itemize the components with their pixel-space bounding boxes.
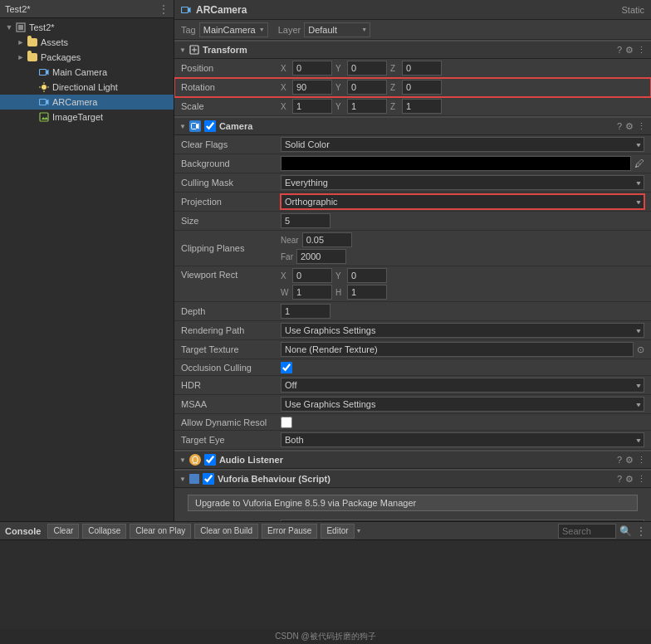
scale-y-input[interactable] [347, 99, 387, 114]
hierarchy-header: Test2* ⋮ [0, 0, 174, 18]
occlusion-culling-checkbox[interactable] [281, 362, 292, 373]
viewport-h-input[interactable] [347, 285, 387, 300]
clear-on-build-button[interactable]: Clear on Build [194, 524, 258, 539]
vp-h-label: H [335, 288, 344, 297]
vuforia-enabled-checkbox[interactable] [203, 473, 214, 485]
rotation-x-input[interactable] [292, 80, 332, 95]
rendering-path-dropdown[interactable]: Use Graphics Settings [281, 323, 644, 338]
culling-mask-dropdown-wrapper[interactable]: Everything ▼ [281, 175, 644, 190]
target-texture-pick-icon[interactable]: ⊙ [637, 344, 644, 355]
msaa-dropdown[interactable]: Use Graphics Settings [281, 397, 644, 412]
console-search-icon[interactable]: 🔍 [619, 525, 632, 537]
viewport-x-input[interactable] [292, 268, 332, 283]
camera-enabled-checkbox[interactable] [204, 120, 216, 132]
console-title: Console [5, 526, 41, 536]
scale-z-input[interactable] [402, 99, 442, 114]
hierarchy-assets[interactable]: ► Assets [0, 35, 174, 50]
transform-header[interactable]: ▼ Transform ? ⚙ ⋮ [174, 41, 651, 59]
camera-header[interactable]: ▼ Camera ? ⚙ ⋮ [174, 117, 651, 135]
target-eye-wrapper[interactable]: Both ▼ [281, 432, 644, 447]
clear-button[interactable]: Clear [47, 524, 79, 539]
viewport-rect-row: Viewport Rect X Y W H [174, 266, 651, 302]
rotation-y-input[interactable] [347, 80, 387, 95]
target-eye-dropdown[interactable]: Both [281, 432, 644, 447]
projection-dropdown[interactable]: Orthographic [281, 194, 644, 209]
audio-listener-settings-icon[interactable]: ⚙ [625, 455, 634, 466]
hierarchy-title: Test2* [5, 4, 154, 14]
editor-button[interactable]: Editor [321, 524, 354, 539]
position-y-input[interactable] [347, 61, 387, 76]
far-input[interactable] [296, 249, 346, 264]
hdr-row: HDR Off ▼ [174, 376, 651, 395]
vp-y-label: Y [335, 271, 344, 281]
world-center-mode-wrapper[interactable]: DEVICE ▼ [281, 520, 644, 521]
msaa-row: MSAA Use Graphics Settings ▼ [174, 395, 651, 414]
hierarchy-packages[interactable]: ► Packages [0, 50, 174, 65]
eyedropper-icon[interactable]: 🖊 [634, 158, 644, 169]
console-menu-icon[interactable]: ⋮ [635, 524, 646, 538]
tag-dropdown[interactable]: MainCamera [199, 22, 268, 37]
vuforia-settings-icon[interactable]: ⚙ [625, 474, 634, 485]
projection-dropdown-wrapper[interactable]: Orthographic ▼ [281, 194, 644, 209]
near-input[interactable] [302, 232, 352, 247]
transform-settings-icon[interactable]: ⚙ [625, 45, 634, 56]
scale-z-label: Z [390, 102, 399, 111]
error-pause-button[interactable]: Error Pause [262, 524, 317, 539]
culling-mask-dropdown[interactable]: Everything [281, 175, 644, 190]
clear-on-play-button[interactable]: Clear on Play [130, 524, 191, 539]
hierarchy-imagetarget[interactable]: ImageTarget [0, 110, 174, 124]
collapse-button[interactable]: Collapse [82, 524, 126, 539]
background-color-swatch[interactable] [281, 156, 631, 171]
camera-menu-icon[interactable]: ⋮ [637, 121, 646, 132]
hierarchy-menu-icon[interactable]: ⋮ [158, 2, 169, 16]
viewport-y-input[interactable] [347, 268, 387, 283]
main-camera-icon [38, 66, 50, 78]
hierarchy-dir-light[interactable]: Directional Light [0, 80, 174, 95]
vp-x-label: X [281, 271, 289, 281]
rot-z-label: Z [390, 83, 399, 92]
target-texture-field[interactable]: None (Render Texture) [281, 342, 634, 357]
audio-listener-help-icon[interactable]: ? [617, 455, 622, 465]
packages-label: Packages [41, 52, 81, 62]
world-center-mode-dropdown[interactable]: DEVICE [281, 520, 644, 521]
hdr-dropdown[interactable]: Off [281, 378, 644, 393]
viewport-w-input[interactable] [292, 285, 332, 300]
clear-flags-dropdown[interactable]: Solid Color [281, 137, 644, 152]
position-z-input[interactable] [402, 61, 442, 76]
svg-rect-11 [40, 113, 48, 121]
layer-dropdown[interactable]: Default [304, 22, 370, 37]
scale-x-input[interactable] [292, 99, 332, 114]
viewport-xy-row: X Y [281, 268, 644, 283]
camera-settings-icon[interactable]: ⚙ [625, 121, 634, 132]
camera-help-icon[interactable]: ? [617, 121, 622, 131]
transform-help-icon[interactable]: ? [617, 45, 622, 55]
vp-w-label: W [281, 288, 289, 297]
clear-flags-dropdown-wrapper[interactable]: Solid Color ▼ [281, 137, 644, 152]
hierarchy-main-camera[interactable]: Main Camera [0, 65, 174, 80]
hierarchy-content: ▼ Test2* ► Assets ► Packages [0, 18, 174, 521]
transform-menu-icon[interactable]: ⋮ [637, 45, 646, 56]
vuforia-menu-icon[interactable]: ⋮ [637, 474, 646, 485]
rot-y-label: Y [335, 83, 344, 92]
hdr-wrapper[interactable]: Off ▼ [281, 378, 644, 393]
vuforia-upgrade-wrapper: Upgrade to Vuforia Engine 8.5.9 via Pack… [174, 488, 651, 518]
vuforia-help-icon[interactable]: ? [617, 474, 622, 484]
scene-root-item[interactable]: ▼ Test2* [0, 20, 174, 35]
main-camera-label: Main Camera [52, 67, 107, 77]
dynamic-resol-checkbox[interactable] [281, 417, 292, 428]
vuforia-header[interactable]: ▼ Vuforia Behaviour (Script) ? ⚙ ⋮ [174, 470, 651, 488]
position-x-input[interactable] [292, 61, 332, 76]
rotation-z-input[interactable] [402, 80, 442, 95]
audio-listener-header[interactable]: ▼ Audio Listener ? ⚙ ⋮ [174, 451, 651, 469]
console-search-input[interactable] [558, 524, 616, 539]
depth-input[interactable] [281, 304, 330, 319]
size-input[interactable] [281, 213, 330, 228]
msaa-wrapper[interactable]: Use Graphics Settings ▼ [281, 397, 644, 412]
hierarchy-arcamera[interactable]: ARCamera [0, 95, 174, 110]
audio-listener-menu-icon[interactable]: ⋮ [637, 455, 646, 466]
rendering-path-wrapper[interactable]: Use Graphics Settings ▼ [281, 323, 644, 338]
arcamera-label: ARCamera [52, 97, 97, 107]
audio-listener-enabled-checkbox[interactable] [204, 454, 216, 466]
vuforia-upgrade-button[interactable]: Upgrade to Vuforia Engine 8.5.9 via Pack… [188, 495, 638, 511]
editor-dropdown-wrapper[interactable]: Editor ▼ [321, 524, 361, 539]
